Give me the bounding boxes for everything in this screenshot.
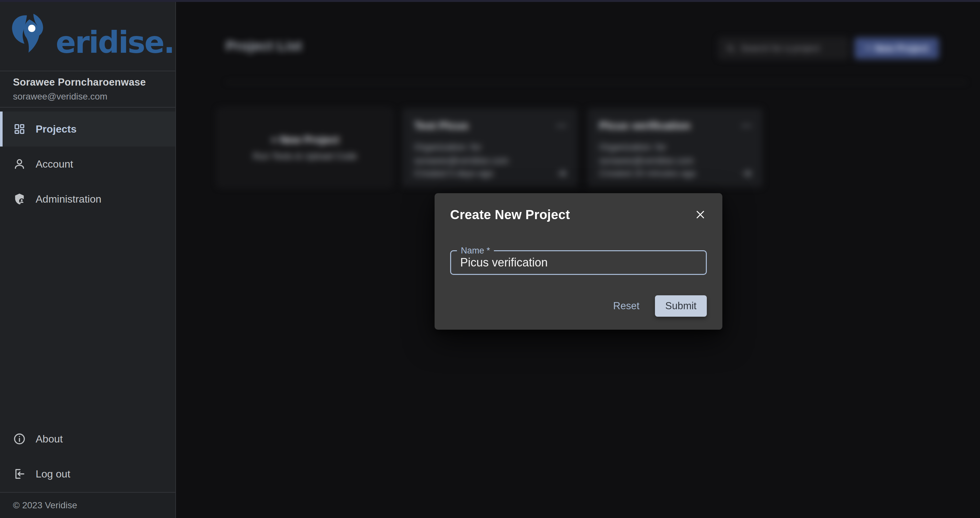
sidebar-item-label: Account: [36, 158, 73, 170]
more-horizontal-icon[interactable]: [555, 120, 567, 132]
user-email: sorawee@veridise.com: [13, 91, 175, 102]
sidebar-item-administration[interactable]: Administration: [0, 182, 175, 217]
organization-email: sorawee@veridise.com: [414, 154, 566, 167]
search-placeholder: Search for a project: [740, 43, 819, 54]
create-project-card-title: + New Project: [271, 134, 339, 146]
project-card-picus-verification[interactable]: Picus verification Organization: for sor…: [587, 108, 762, 187]
arrow-forward-icon[interactable]: [741, 167, 753, 179]
sidebar-item-label: Projects: [36, 123, 76, 135]
sidebar-item-projects[interactable]: Projects: [0, 112, 175, 147]
header-divider: [226, 82, 966, 83]
plus-icon: +: [865, 41, 872, 54]
submit-button[interactable]: Submit: [655, 295, 707, 317]
person-icon: [13, 158, 26, 171]
user-name: Sorawee Porncharoenwase: [13, 77, 175, 88]
project-card-created: Created 20 minutes ago: [599, 168, 696, 179]
info-icon: [13, 432, 26, 445]
arrow-forward-icon[interactable]: [556, 167, 568, 179]
organization-line: Organization: for: [599, 140, 751, 154]
veridise-logo[interactable]: eridise.: [0, 2, 175, 71]
sidebar-item-account[interactable]: Account: [0, 147, 175, 182]
app-window: eridise. Sorawee Porncharoenwase sorawee…: [0, 0, 980, 518]
close-icon: [694, 208, 707, 221]
project-card-test-picus[interactable]: Test Picus Organization: for sorawee@ver…: [402, 108, 578, 187]
organization-email: sorawee@veridise.com: [599, 154, 751, 167]
project-card-created: Created 5 days ago: [414, 168, 493, 179]
more-horizontal-icon[interactable]: [740, 120, 752, 132]
sidebar-nav: Projects Account Administration: [0, 108, 175, 217]
close-button[interactable]: [692, 207, 708, 222]
veridise-logo-mark-icon: [9, 11, 58, 64]
create-project-modal: Create New Project Name * Reset Submit: [434, 193, 722, 330]
page-title: Project List: [226, 38, 302, 54]
user-info: Sorawee Porncharoenwase sorawee@veridise…: [0, 71, 175, 108]
search-input[interactable]: Search for a project: [719, 38, 848, 59]
name-field-label: Name *: [457, 246, 494, 256]
organization-line: Organization: for: [414, 140, 566, 154]
project-card-title: Picus verification: [599, 119, 751, 132]
new-project-button[interactable]: + New Project: [854, 38, 939, 59]
sidebar-item-label: Log out: [36, 468, 70, 480]
sidebar-item-logout[interactable]: Log out: [0, 456, 175, 491]
modal-actions: Reset Submit: [606, 295, 707, 317]
dashboard-icon: [13, 123, 26, 135]
sidebar: eridise. Sorawee Porncharoenwase sorawee…: [0, 2, 176, 518]
project-card-organization: Organization: for sorawee@veridise.com: [414, 140, 566, 167]
window-top-edge: [0, 0, 980, 2]
new-project-button-label: New Project: [875, 43, 929, 54]
sidebar-item-label: About: [36, 433, 63, 445]
veridise-wordmark: eridise.: [56, 25, 174, 60]
logout-icon: [13, 467, 26, 480]
sidebar-item-about[interactable]: About: [0, 421, 175, 456]
copyright: © 2023 Veridise: [0, 492, 175, 518]
reset-button[interactable]: Reset: [606, 300, 646, 312]
create-project-card-subtitle: Run Tests & Upload Code: [253, 151, 357, 161]
sidebar-bottom-nav: About Log out: [0, 421, 175, 491]
project-card-organization: Organization: for sorawee@veridise.com: [599, 140, 751, 167]
name-field: Name *: [450, 250, 707, 275]
modal-title: Create New Project: [450, 207, 570, 222]
search-icon: [725, 43, 735, 53]
project-card-title: Test Picus: [414, 119, 566, 132]
sidebar-item-label: Administration: [36, 193, 102, 205]
create-project-card[interactable]: + New Project Run Tests & Upload Code: [218, 108, 393, 187]
admin-shield-icon: [13, 193, 26, 206]
